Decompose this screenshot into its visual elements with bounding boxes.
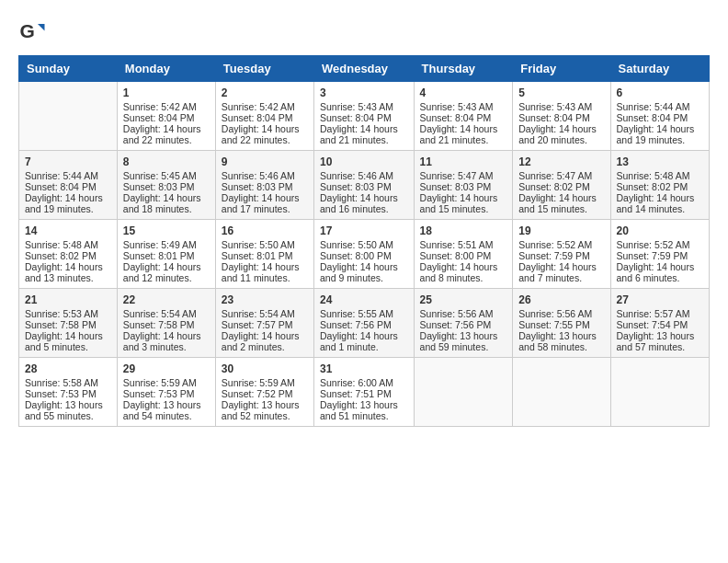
weekday-header-thursday: Thursday	[414, 56, 513, 82]
cell-info: Sunset: 8:00 PM	[420, 250, 507, 261]
cell-info: Sunset: 8:04 PM	[617, 112, 703, 123]
cell-info: Sunrise: 5:58 AM	[25, 377, 111, 388]
cell-info: Sunset: 7:58 PM	[25, 319, 111, 330]
day-number: 25	[420, 293, 507, 306]
cell-info: Daylight: 13 hours	[222, 399, 308, 410]
cell-info: Sunset: 7:59 PM	[518, 250, 604, 261]
day-number: 6	[617, 86, 703, 99]
cell-info: and 59 minutes.	[420, 341, 507, 352]
calendar-cell: 21Sunrise: 5:53 AMSunset: 7:58 PMDayligh…	[19, 289, 118, 358]
cell-info: and 15 minutes.	[518, 203, 604, 214]
calendar-cell: 8Sunrise: 5:45 AMSunset: 8:03 PMDaylight…	[117, 151, 215, 220]
calendar-cell: 17Sunrise: 5:50 AMSunset: 8:00 PMDayligh…	[314, 220, 415, 289]
calendar-cell: 19Sunrise: 5:52 AMSunset: 7:59 PMDayligh…	[513, 220, 610, 289]
day-number: 27	[617, 293, 703, 306]
cell-info: Daylight: 14 hours	[320, 330, 408, 341]
cell-info: Sunrise: 5:43 AM	[420, 101, 507, 112]
calendar-cell: 24Sunrise: 5:55 AMSunset: 7:56 PMDayligh…	[314, 289, 415, 358]
calendar-cell: 22Sunrise: 5:54 AMSunset: 7:58 PMDayligh…	[117, 289, 215, 358]
cell-info: Sunrise: 5:57 AM	[617, 308, 703, 319]
cell-info: Daylight: 14 hours	[25, 192, 111, 203]
cell-info: Daylight: 13 hours	[617, 330, 703, 341]
cell-info: and 19 minutes.	[617, 134, 703, 145]
week-row-4: 21Sunrise: 5:53 AMSunset: 7:58 PMDayligh…	[19, 289, 710, 358]
calendar-cell: 7Sunrise: 5:44 AMSunset: 8:04 PMDaylight…	[19, 151, 118, 220]
cell-info: and 5 minutes.	[25, 341, 111, 352]
calendar-cell: 16Sunrise: 5:50 AMSunset: 8:01 PMDayligh…	[215, 220, 313, 289]
calendar-table: SundayMondayTuesdayWednesdayThursdayFrid…	[18, 55, 710, 427]
cell-info: Sunset: 7:53 PM	[123, 388, 210, 399]
cell-info: Sunrise: 5:44 AM	[25, 170, 111, 181]
weekday-header-row: SundayMondayTuesdayWednesdayThursdayFrid…	[19, 56, 710, 82]
cell-info: Sunrise: 5:42 AM	[222, 101, 308, 112]
cell-info: Daylight: 13 hours	[320, 399, 408, 410]
weekday-header-monday: Monday	[117, 56, 215, 82]
cell-info: and 54 minutes.	[123, 410, 210, 421]
day-number: 21	[25, 293, 111, 306]
cell-info: Sunrise: 5:44 AM	[617, 101, 703, 112]
calendar-cell: 20Sunrise: 5:52 AMSunset: 7:59 PMDayligh…	[610, 220, 709, 289]
calendar-cell	[513, 358, 610, 427]
cell-info: Sunrise: 5:47 AM	[518, 170, 604, 181]
cell-info: Sunset: 8:04 PM	[222, 112, 308, 123]
cell-info: Sunrise: 5:46 AM	[222, 170, 308, 181]
cell-info: and 20 minutes.	[518, 134, 604, 145]
cell-info: Sunset: 8:00 PM	[320, 250, 408, 261]
cell-info: Daylight: 14 hours	[320, 261, 408, 272]
day-number: 13	[617, 155, 703, 168]
cell-info: and 8 minutes.	[420, 272, 507, 283]
day-number: 17	[320, 224, 408, 237]
day-number: 24	[320, 293, 408, 306]
cell-info: Sunrise: 5:48 AM	[25, 239, 111, 250]
cell-info: Sunset: 7:58 PM	[123, 319, 210, 330]
calendar-cell: 25Sunrise: 5:56 AMSunset: 7:56 PMDayligh…	[414, 289, 513, 358]
cell-info: Sunset: 8:02 PM	[518, 181, 604, 192]
day-number: 18	[420, 224, 507, 237]
calendar-cell: 4Sunrise: 5:43 AMSunset: 8:04 PMDaylight…	[414, 82, 513, 151]
calendar-cell	[19, 82, 118, 151]
calendar-cell: 12Sunrise: 5:47 AMSunset: 8:02 PMDayligh…	[513, 151, 610, 220]
cell-info: and 17 minutes.	[222, 203, 308, 214]
cell-info: and 21 minutes.	[320, 134, 408, 145]
cell-info: Sunrise: 5:56 AM	[518, 308, 604, 319]
cell-info: and 57 minutes.	[617, 341, 703, 352]
day-number: 20	[617, 224, 703, 237]
day-number: 7	[25, 155, 111, 168]
calendar-cell: 5Sunrise: 5:43 AMSunset: 8:04 PMDaylight…	[513, 82, 610, 151]
cell-info: and 6 minutes.	[617, 272, 703, 283]
cell-info: and 3 minutes.	[123, 341, 210, 352]
day-number: 22	[123, 293, 210, 306]
cell-info: and 22 minutes.	[222, 134, 308, 145]
day-number: 14	[25, 224, 111, 237]
cell-info: Sunset: 7:55 PM	[518, 319, 604, 330]
day-number: 9	[222, 155, 308, 168]
cell-info: and 16 minutes.	[320, 203, 408, 214]
cell-info: Daylight: 14 hours	[222, 261, 308, 272]
day-number: 28	[25, 362, 111, 375]
cell-info: Daylight: 14 hours	[222, 123, 308, 134]
day-number: 16	[222, 224, 308, 237]
cell-info: Sunset: 8:03 PM	[320, 181, 408, 192]
day-number: 3	[320, 86, 408, 99]
weekday-header-wednesday: Wednesday	[314, 56, 415, 82]
day-number: 4	[420, 86, 507, 99]
cell-info: Sunset: 8:03 PM	[420, 181, 507, 192]
logo-icon: G	[18, 18, 46, 46]
cell-info: Sunset: 8:04 PM	[420, 112, 507, 123]
calendar-cell: 26Sunrise: 5:56 AMSunset: 7:55 PMDayligh…	[513, 289, 610, 358]
cell-info: and 15 minutes.	[420, 203, 507, 214]
cell-info: Sunrise: 5:55 AM	[320, 308, 408, 319]
calendar-cell: 1Sunrise: 5:42 AMSunset: 8:04 PMDaylight…	[117, 82, 215, 151]
cell-info: Daylight: 14 hours	[123, 123, 210, 134]
day-number: 12	[518, 155, 604, 168]
day-number: 26	[518, 293, 604, 306]
calendar-cell: 23Sunrise: 5:54 AMSunset: 7:57 PMDayligh…	[215, 289, 313, 358]
cell-info: Daylight: 13 hours	[420, 330, 507, 341]
cell-info: Sunrise: 5:46 AM	[320, 170, 408, 181]
calendar-cell	[610, 358, 709, 427]
cell-info: and 12 minutes.	[123, 272, 210, 283]
cell-info: Sunrise: 5:54 AM	[222, 308, 308, 319]
cell-info: Sunrise: 6:00 AM	[320, 377, 408, 388]
cell-info: Daylight: 14 hours	[123, 330, 210, 341]
cell-info: and 55 minutes.	[25, 410, 111, 421]
